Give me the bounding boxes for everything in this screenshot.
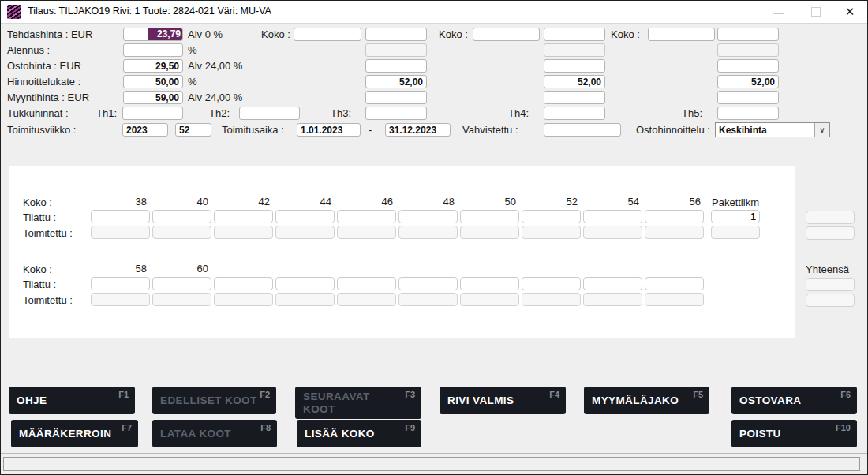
yhteensa-label: Yhteensä — [806, 263, 849, 276]
toimitettu-field — [398, 293, 458, 306]
tehdashinta-input[interactable]: 23,79 — [123, 28, 183, 41]
toimitusaika-label: Toimitusaika : — [222, 123, 284, 137]
th4-input[interactable] — [544, 107, 605, 120]
tilattu-input[interactable] — [337, 277, 396, 290]
toimitettu-field-60 — [152, 293, 211, 306]
lataa-koot-button: LATAA KOOT F8 — [152, 420, 277, 447]
koko2-rate-input[interactable]: 52,00 — [544, 75, 605, 88]
koko1-input[interactable] — [294, 28, 361, 41]
chevron-down-icon[interactable]: ∨ — [814, 123, 829, 137]
ohje-button-label: OHJE — [17, 395, 47, 406]
ostovara-button-label: OSTOVARA — [739, 395, 801, 406]
poistu-button[interactable]: POISTU F10 — [731, 420, 857, 447]
ostohinnoittelu-select[interactable]: Keskihinta ∨ — [715, 122, 830, 137]
toimitusaika-from-input[interactable]: 1.01.2023 — [297, 123, 361, 137]
koko3-label: Koko : — [611, 28, 640, 41]
koko3-field-1[interactable] — [717, 28, 779, 41]
koko1-field-3[interactable] — [365, 59, 427, 73]
koko3-field-3[interactable] — [717, 59, 779, 73]
th3-input[interactable] — [365, 107, 427, 120]
close-button[interactable]: ✕ — [834, 1, 866, 23]
grid2-koko-label: Koko : — [23, 263, 52, 276]
koko2-label: Koko : — [439, 28, 468, 41]
tilattu-input-38[interactable] — [91, 210, 150, 223]
ostohinta-input[interactable]: 29,50 — [123, 59, 183, 73]
tilattu-input-46[interactable] — [337, 210, 396, 223]
koko3-input[interactable] — [648, 28, 715, 41]
tilattu-input[interactable] — [522, 277, 581, 290]
tilattu-input[interactable] — [275, 277, 335, 290]
tilattu-input-58[interactable] — [91, 277, 150, 290]
f6-key-label: F6 — [840, 390, 851, 399]
date-range-dash: - — [369, 123, 372, 137]
size-header: 40 — [152, 196, 208, 208]
myyntihinta-input[interactable]: 59,00 — [123, 91, 183, 104]
tilattu-input[interactable] — [214, 277, 273, 290]
tilattu-input-56[interactable] — [645, 210, 704, 223]
size-header: 54 — [583, 196, 639, 208]
minimize-button[interactable]: — — [763, 1, 795, 23]
koko2-field-1[interactable] — [544, 28, 605, 41]
koko2-field-5[interactable] — [544, 91, 605, 104]
window-title: Tilaus: TILJAKO19 Rivi: 1 Tuote: 2824-02… — [28, 6, 271, 17]
myymalajako-button[interactable]: MYYMÄLÄJAKO F5 — [584, 387, 709, 414]
tilattu-input-40[interactable] — [152, 210, 211, 223]
myyntihinta-label: Myyntihinta : EUR — [7, 91, 89, 104]
ohje-button[interactable]: OHJE F1 — [9, 387, 135, 414]
ostohinta-alv-label: Alv 24,00 % — [188, 59, 242, 73]
koko1-field-5[interactable] — [365, 91, 427, 104]
koko3-field-5[interactable] — [717, 91, 779, 104]
tilattu-input-54[interactable] — [583, 210, 642, 223]
toimitettu-field-48 — [398, 226, 458, 239]
koko2-field-3[interactable] — [544, 59, 605, 73]
toimitusviikko-week-input[interactable]: 52 — [175, 123, 211, 137]
tehdashinta-selected-value: 23,79 — [148, 28, 182, 40]
hinnoittelukate-input[interactable]: 50,00 — [123, 75, 183, 88]
tilattu-input[interactable] — [398, 277, 458, 290]
tilattu-input-42[interactable] — [214, 210, 273, 223]
th2-label: Th2: — [209, 107, 230, 120]
tilattu-input-52[interactable] — [522, 210, 581, 223]
lisaa-koko-button-label: LISÄÄ KOKO — [305, 428, 375, 439]
size-header: 58 — [91, 263, 147, 275]
koko1-rate-input[interactable]: 52,00 — [365, 75, 427, 88]
koko1-field-1[interactable] — [365, 28, 427, 41]
th1-input[interactable] — [122, 107, 183, 120]
th5-input[interactable] — [717, 107, 779, 120]
tilattu-input-60[interactable] — [152, 277, 211, 290]
alennus-input[interactable] — [123, 43, 183, 57]
tilattu-input-50[interactable] — [460, 210, 519, 223]
app-icon — [7, 5, 21, 19]
maarakerroin-button-label: MÄÄRÄKERROIN — [19, 428, 111, 439]
vahvistettu-label: Vahvistettu : — [462, 123, 518, 137]
tilattu-input-44[interactable] — [275, 210, 335, 223]
f10-key-label: F10 — [836, 423, 851, 432]
f4-key-label: F4 — [549, 390, 559, 399]
vahvistettu-input[interactable] — [544, 123, 621, 137]
toimitusaika-to-input[interactable]: 31.12.2023 — [385, 123, 451, 137]
th3-label: Th3: — [331, 107, 351, 120]
ostovara-button[interactable]: OSTOVARA F6 — [731, 387, 857, 414]
toimitettu-field — [275, 293, 335, 306]
tilattu-input[interactable] — [460, 277, 519, 290]
rivi-valmis-button[interactable]: RIVI VALMIS F4 — [440, 387, 566, 414]
th2-input[interactable] — [239, 107, 300, 120]
lataa-koot-button-label: LATAA KOOT — [160, 428, 231, 439]
alennus-label: Alennus : — [7, 43, 50, 57]
th5-label: Th5: — [682, 107, 702, 120]
minimize-icon: — — [774, 6, 784, 18]
maarakerroin-button[interactable]: MÄÄRÄKERROIN F7 — [11, 420, 138, 447]
size-header: 48 — [398, 196, 455, 208]
tilattu-input-48[interactable] — [398, 210, 458, 223]
toimitusviikko-year-input[interactable]: 2023 — [122, 123, 168, 137]
tilattu-input[interactable] — [583, 277, 642, 290]
toimitettu-field — [645, 293, 704, 306]
koko2-input[interactable] — [473, 28, 540, 41]
grid1-toimitettu-label: Toimitettu : — [23, 226, 73, 240]
pakettilkm-input[interactable]: 1 — [711, 210, 760, 223]
koko3-rate-input[interactable]: 52,00 — [717, 75, 779, 88]
size-header: 38 — [91, 196, 147, 208]
tilattu-input[interactable] — [645, 277, 704, 290]
koko1-field-2 — [365, 43, 427, 57]
lisaa-koko-button[interactable]: LISÄÄ KOKO F9 — [297, 420, 421, 447]
